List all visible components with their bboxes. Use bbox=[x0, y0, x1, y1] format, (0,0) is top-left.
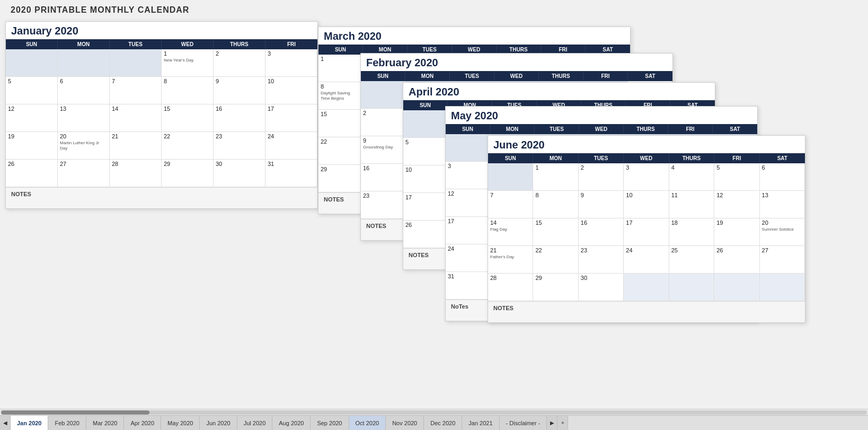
apr-title: April 2020 bbox=[403, 83, 715, 100]
feb-title: February 2020 bbox=[361, 54, 672, 71]
tab-jul-2020[interactable]: Jul 2020 bbox=[237, 416, 273, 430]
cal-cell bbox=[446, 134, 490, 162]
tab-mar-2020[interactable]: Mar 2020 bbox=[86, 416, 124, 430]
cal-cell: 19 bbox=[6, 132, 58, 160]
jan-thu: THURS bbox=[214, 39, 265, 49]
tab-feb-2020[interactable]: Feb 2020 bbox=[48, 416, 86, 430]
mar-title: March 2020 bbox=[318, 27, 630, 45]
cal-cell: 14Flag Day bbox=[488, 218, 533, 246]
cal-cell: 10 bbox=[403, 165, 448, 193]
cal-cell: 18 bbox=[669, 218, 714, 246]
cal-cell: 17 bbox=[624, 218, 669, 246]
cal-cell: 5 bbox=[714, 163, 759, 191]
tab-apr-2020[interactable]: Apr 2020 bbox=[124, 416, 161, 430]
cal-cell: 12 bbox=[6, 104, 58, 132]
cal-cell: 3 bbox=[624, 163, 669, 191]
cal-cell: 23 bbox=[361, 191, 405, 219]
tab-dec-2020[interactable]: Dec 2020 bbox=[424, 416, 462, 430]
cal-cell bbox=[110, 49, 162, 77]
cal-cell: 1 bbox=[318, 55, 363, 82]
cal-cell: 20Martin Luther King Jr Day bbox=[58, 132, 110, 160]
cal-cell: 17 bbox=[446, 217, 490, 244]
cal-cell: 25 bbox=[669, 246, 714, 274]
cal-cell: 8 bbox=[162, 77, 214, 104]
cal-cell: 2 bbox=[579, 163, 624, 191]
scrollbar-thumb[interactable] bbox=[1, 410, 149, 415]
cal-cell bbox=[669, 274, 714, 301]
cal-cell: 30 bbox=[214, 160, 265, 187]
cal-cell: 7 bbox=[110, 77, 162, 104]
cal-cell: 12 bbox=[714, 191, 759, 218]
cal-cell: 22 bbox=[533, 246, 578, 274]
horizontal-scrollbar[interactable] bbox=[0, 409, 868, 415]
cal-cell: 9Groundhog Day bbox=[361, 136, 405, 164]
cal-cell: 15 bbox=[318, 110, 363, 137]
jun-title: June 2020 bbox=[488, 136, 805, 153]
cal-cell bbox=[58, 49, 110, 77]
tab-add[interactable]: + bbox=[557, 416, 568, 430]
cal-cell: 31 bbox=[446, 272, 490, 300]
tab-scroll-right[interactable]: ▶ bbox=[547, 416, 557, 430]
tab-may-2020[interactable]: May 2020 bbox=[161, 416, 200, 430]
cal-cell: 19 bbox=[714, 218, 759, 246]
cal-cell: 27 bbox=[760, 246, 805, 274]
cal-cell bbox=[6, 49, 58, 77]
cal-cell: 26 bbox=[403, 221, 448, 248]
cal-cell bbox=[760, 274, 805, 301]
cal-cell: 9 bbox=[214, 77, 265, 104]
cal-cell: 16 bbox=[579, 218, 624, 246]
jan-fri: FRI bbox=[265, 39, 317, 49]
cal-cell: 29 bbox=[533, 274, 578, 301]
tab-scroll-left[interactable]: ◀ bbox=[0, 416, 11, 430]
cal-cell: 15 bbox=[533, 218, 578, 246]
jan-body: 1New Year's Day 2 3 5 6 7 8 9 10 12 13 1… bbox=[6, 49, 317, 187]
cal-cell bbox=[624, 274, 669, 301]
cal-cell: 26 bbox=[714, 246, 759, 274]
cal-cell: 3 bbox=[446, 162, 490, 189]
jan-sun: SUN bbox=[6, 39, 58, 49]
cal-cell: 29 bbox=[318, 165, 363, 192]
tab-jan-2020[interactable]: Jan 2020 bbox=[11, 416, 48, 430]
scrollbar-track[interactable] bbox=[1, 410, 867, 415]
main-container: 2020 PRINTABLE MONTHLY CALENDAR January … bbox=[0, 0, 868, 430]
jun-header: SUN MON TUES WED THURS FRI SAT bbox=[488, 153, 805, 163]
cal-cell: 21 bbox=[110, 132, 162, 160]
cal-cell: 17 bbox=[403, 193, 448, 221]
cal-cell: 12 bbox=[446, 189, 490, 217]
cal-cell: 4 bbox=[669, 163, 714, 191]
jan-title: January 2020 bbox=[6, 22, 317, 39]
jan-mon: MON bbox=[58, 39, 110, 49]
cal-cell: 30 bbox=[579, 274, 624, 301]
may-title: May 2020 bbox=[446, 107, 757, 124]
tab-jun-2020[interactable]: Jun 2020 bbox=[200, 416, 237, 430]
cal-cell: 15 bbox=[162, 104, 214, 132]
tab-oct-2020[interactable]: Oct 2020 bbox=[349, 416, 386, 430]
cal-cell: 8 bbox=[533, 191, 578, 218]
tab-bar: ◀ Jan 2020 Feb 2020 Mar 2020 Apr 2020 Ma… bbox=[0, 415, 868, 430]
cal-cell: 10 bbox=[265, 77, 317, 104]
tab-nov-2020[interactable]: Nov 2020 bbox=[386, 416, 424, 430]
cal-cell: 2 bbox=[361, 109, 405, 136]
tab-aug-2020[interactable]: Aug 2020 bbox=[272, 416, 311, 430]
cal-cell: 24 bbox=[624, 246, 669, 274]
cal-cell: 7 bbox=[488, 191, 533, 218]
page-title: 2020 PRINTABLE MONTHLY CALENDAR bbox=[11, 5, 189, 15]
cal-cell: 1 bbox=[533, 163, 578, 191]
cal-cell: 21Father's Day bbox=[488, 246, 533, 274]
cal-cell bbox=[361, 81, 405, 109]
june-calendar: June 2020 SUN MON TUES WED THURS FRI SAT… bbox=[488, 135, 805, 323]
cal-cell: 26 bbox=[6, 160, 58, 187]
cal-cell: 22 bbox=[162, 132, 214, 160]
cal-cell: 28 bbox=[110, 160, 162, 187]
cal-cell: 24 bbox=[265, 132, 317, 160]
tab-disclaimer[interactable]: - Disclaimer - bbox=[500, 416, 547, 430]
cal-cell bbox=[403, 110, 448, 138]
cal-cell: 1New Year's Day bbox=[162, 49, 214, 77]
cal-cell: 3 bbox=[265, 49, 317, 77]
jun-notes: NOTES bbox=[488, 301, 805, 322]
tab-sep-2020[interactable]: Sep 2020 bbox=[311, 416, 349, 430]
tab-jan-2021[interactable]: Jan 2021 bbox=[462, 416, 499, 430]
jun-body: 1 2 3 4 5 6 7 8 9 10 11 12 13 14Flag Day… bbox=[488, 163, 805, 301]
cal-cell: 6 bbox=[760, 163, 805, 191]
cal-cell: 10 bbox=[624, 191, 669, 218]
